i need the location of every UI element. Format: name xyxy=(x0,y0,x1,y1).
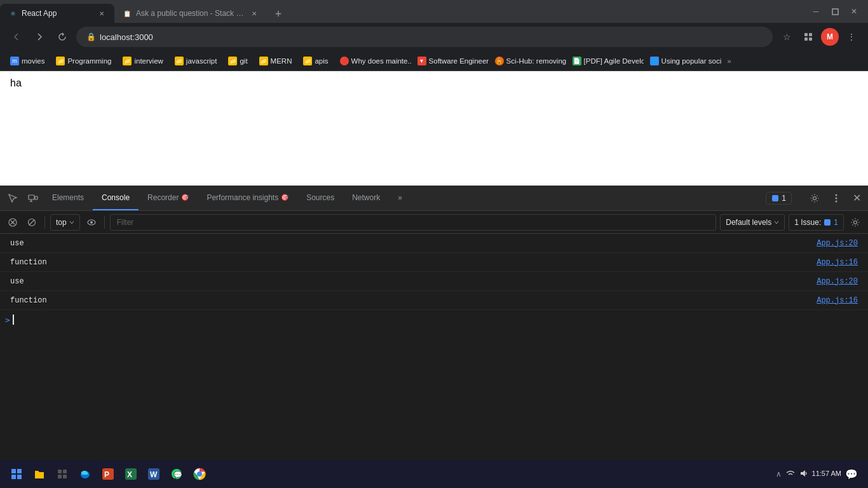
devtools-settings-button[interactable] xyxy=(804,188,825,208)
bookmark-pdf-label: [PDF] Agile Develo... xyxy=(584,57,644,65)
network-icon[interactable] xyxy=(785,469,796,479)
svg-rect-27 xyxy=(17,475,22,479)
bookmark-interview[interactable]: 📁 interview xyxy=(118,54,168,68)
bookmark-javascript-label: javascript xyxy=(186,57,217,65)
bookmark-javascript[interactable]: 📁 javascript xyxy=(170,54,222,68)
devtools-tab-more[interactable]: » xyxy=(389,186,411,210)
console-row-1-link[interactable]: App.js:20 xyxy=(817,239,858,248)
bookmark-pdf-icon: 📄 xyxy=(573,57,581,65)
svg-text:P: P xyxy=(104,470,109,479)
tab-stackoverflow[interactable]: 📋 Ask a public question - Stack Ove ✕ xyxy=(114,4,267,23)
bookmark-pdf[interactable]: 📄 [PDF] Agile Develo... xyxy=(567,54,644,68)
recorder-icon: 🎯 xyxy=(181,194,189,201)
bookmark-apis-label: apis xyxy=(315,57,328,65)
console-row-4: function App.js:16 xyxy=(0,291,868,310)
maximize-button[interactable] xyxy=(826,4,844,19)
levels-label: Default levels xyxy=(726,218,771,227)
bookmark-programming-label: Programming xyxy=(67,57,111,65)
reload-button[interactable] xyxy=(53,28,71,46)
svg-rect-0 xyxy=(832,9,838,15)
start-button[interactable] xyxy=(5,463,28,485)
tab-react-close[interactable]: ✕ xyxy=(97,8,107,18)
bookmark-star-icon[interactable]: ☆ xyxy=(778,28,796,46)
console-filter-input[interactable] xyxy=(110,214,717,231)
volume-icon[interactable] xyxy=(799,469,808,480)
devtools-tab-network[interactable]: Network xyxy=(343,186,389,210)
bookmark-social[interactable]: 🌐 Using popular socia... xyxy=(645,54,721,68)
bookmark-programming[interactable]: 📁 Programming xyxy=(51,54,116,68)
issues-label: 1 Issue: xyxy=(794,218,821,227)
visibility-button[interactable] xyxy=(84,215,99,230)
back-button[interactable] xyxy=(8,28,25,46)
svg-rect-7 xyxy=(35,196,37,200)
system-tray: ∧ 11:57 AM 💬 xyxy=(776,468,863,480)
devtools-tab-elements[interactable]: Elements xyxy=(43,186,93,210)
devtools-tab-sources[interactable]: Sources xyxy=(297,186,343,210)
minimize-button[interactable]: ─ xyxy=(807,4,825,19)
taskbar-apps-icon[interactable] xyxy=(51,463,74,485)
bookmark-social-icon: 🌐 xyxy=(650,57,659,65)
close-button[interactable]: ✕ xyxy=(845,4,863,19)
bookmark-interview-icon: 📁 xyxy=(123,57,132,65)
bookmark-why-icon: ❓ xyxy=(340,57,349,65)
top-context-selector[interactable]: top xyxy=(50,214,80,231)
bookmark-git-label: git xyxy=(240,57,247,65)
bookmark-social-label: Using popular socia... xyxy=(661,57,721,65)
disable-button[interactable] xyxy=(24,215,39,230)
devtools-close-button[interactable]: ✕ xyxy=(848,189,865,207)
browser-menu-icon[interactable]: ⋮ xyxy=(843,28,860,46)
forward-button[interactable] xyxy=(31,28,48,46)
taskbar-whatsapp-icon[interactable]: 💬 xyxy=(165,463,188,485)
edge-icon[interactable] xyxy=(74,463,97,485)
extensions-icon[interactable] xyxy=(799,28,817,46)
taskbar-excel-icon[interactable]: X xyxy=(119,463,142,485)
console-cursor xyxy=(13,315,14,325)
bookmark-software[interactable]: ▼ Software Engineeri... xyxy=(412,54,489,68)
file-explorer-icon[interactable] xyxy=(28,463,51,485)
more-bookmarks-button[interactable]: » xyxy=(722,55,736,67)
bookmark-why-label: Why does mainte... xyxy=(351,57,411,65)
taskbar-clock[interactable]: 11:57 AM xyxy=(812,469,841,478)
devtools-tab-console[interactable]: Console xyxy=(93,186,139,210)
devtools-menu-button[interactable] xyxy=(826,188,846,208)
svg-rect-28 xyxy=(58,470,62,473)
bookmark-apis[interactable]: 📁 apis xyxy=(298,54,333,68)
taskbar-chrome-icon[interactable] xyxy=(188,463,211,485)
devtools-tab-performance[interactable]: Performance insights 🎯 xyxy=(198,186,297,210)
taskbar-word-icon[interactable]: W xyxy=(142,463,165,485)
new-tab-button[interactable]: + xyxy=(269,5,287,23)
bookmark-movies[interactable]: m movies xyxy=(5,54,50,68)
console-input-row: > xyxy=(0,310,868,329)
bookmark-mern[interactable]: 📁 MERN xyxy=(254,54,297,68)
bookmark-why[interactable]: ❓ Why does mainte... xyxy=(335,54,411,68)
bookmark-git-icon: 📁 xyxy=(228,57,237,65)
notification-icon[interactable]: 💬 xyxy=(845,468,858,480)
console-row-2-link[interactable]: App.js:16 xyxy=(817,258,858,267)
console-row-3-link[interactable]: App.js:20 xyxy=(817,277,858,286)
devtools-tab-recorder[interactable]: Recorder 🎯 xyxy=(139,186,198,210)
tab-stackoverflow-close[interactable]: ✕ xyxy=(249,8,259,18)
devtools-issues-badge[interactable]: 1 xyxy=(766,192,792,205)
address-input[interactable]: 🔒 localhost:3000 xyxy=(76,27,773,47)
clear-console-button[interactable] xyxy=(5,215,20,230)
console-toolbar: top Default levels 1 Issue: 1 xyxy=(0,211,868,234)
devtools-panel: Elements Console Recorder 🎯 Performance … xyxy=(0,186,868,488)
default-levels-selector[interactable]: Default levels xyxy=(720,214,785,231)
issues-count: 1 xyxy=(834,218,838,227)
tab-react[interactable]: ⚛ React App ✕ xyxy=(0,4,114,23)
device-toolbar-tool[interactable] xyxy=(23,188,43,208)
svg-point-42 xyxy=(197,471,202,477)
console-settings-button[interactable] xyxy=(848,215,863,230)
issues-counter[interactable]: 1 Issue: 1 xyxy=(789,214,844,231)
bookmark-git[interactable]: 📁 git xyxy=(223,54,252,68)
page-content: ha xyxy=(0,71,868,186)
profile-icon[interactable]: M xyxy=(821,28,839,46)
systray-hide-button[interactable]: ∧ xyxy=(776,470,782,478)
stackoverflow-favicon: 📋 xyxy=(122,8,132,18)
taskbar-powerpoint-icon[interactable]: P xyxy=(97,463,119,485)
svg-rect-29 xyxy=(63,470,67,473)
inspect-element-tool[interactable] xyxy=(3,188,23,208)
bookmark-scihub[interactable]: 🔓 Sci-Hub: removing... xyxy=(490,54,566,68)
console-row-4-link[interactable]: App.js:16 xyxy=(817,296,858,305)
bookmark-mern-label: MERN xyxy=(271,57,292,65)
